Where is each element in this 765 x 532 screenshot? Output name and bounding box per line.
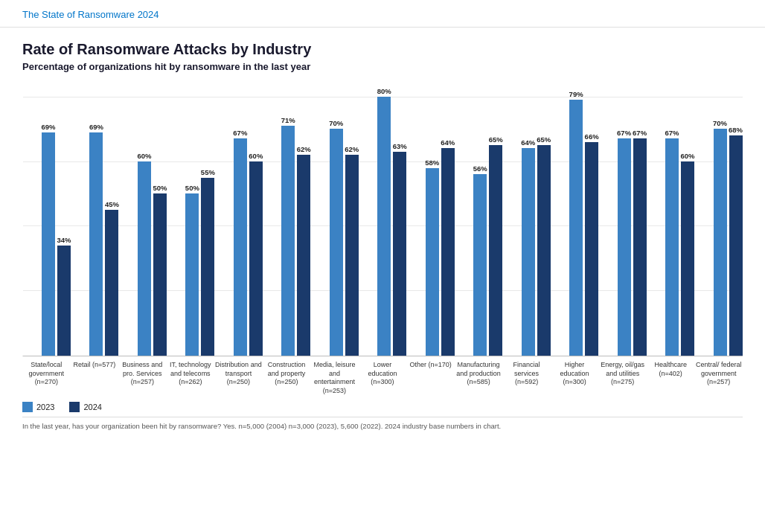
bar-label-2024: 67% [633,129,647,137]
group-label-text: Retail (n=577) [73,361,115,370]
bar-wrapper-2023: 70% [713,81,727,356]
group-label-text: Lower education (n=300) [359,361,407,387]
bar-label-2024: 55% [201,168,215,176]
bar-2023 [185,193,199,356]
bar-2023 [569,100,583,356]
bar-label-2024: 62% [345,145,359,153]
legend-box-2024 [69,402,80,412]
bar-2024 [297,155,310,356]
bar-label-2023: 56% [473,164,487,173]
bar-group: 64%65% [503,81,551,356]
bar-wrapper-2024: 55% [201,81,215,356]
bar-label-2023: 60% [137,152,151,160]
bar-wrapper-2024: 60% [681,81,695,356]
bar-label-2023: 67% [665,129,679,137]
group-label-text: Healthcare (n=402) [647,361,695,378]
group-label: Media, leisure and entertainment (n=253) [310,356,359,396]
group-label-text: Other (n=170) [409,361,451,370]
bar-label-2023: 80% [377,87,391,95]
bar-label-2023: 70% [713,119,727,127]
bar-2024 [345,155,359,356]
bar-2023 [234,138,247,356]
bar-2023 [281,126,295,356]
bar-label-2023: 71% [281,116,295,124]
group-label: Distribution and transport (n=250) [214,356,263,396]
chart-legend: 2023 2024 [22,402,743,412]
bar-group: 67%67% [599,81,647,356]
chart-title: Rate of Ransomware Attacks by Industry [22,41,743,58]
bar-label-2023: 69% [41,123,55,131]
bar-label-2024: 68% [729,126,743,134]
bar-label-2023: 69% [89,123,103,131]
group-label: Retail (n=577) [71,356,119,396]
bar-2023 [42,132,55,356]
bar-group: 56%65% [455,81,502,356]
group-label: Central/ federal government (n=257) [694,356,743,396]
bar-group: 69%45% [71,81,118,356]
bar-2024 [201,178,214,356]
page-title: The State of Ransomware 2024 [22,9,159,20]
bar-group: 60%50% [119,81,167,356]
group-label: Energy, oil/gas and utilities (n=275) [598,356,647,396]
bar-2024 [57,246,71,356]
bar-2024 [537,145,551,356]
bar-wrapper-2024: 50% [153,81,167,356]
bar-wrapper-2023: 79% [569,81,583,356]
bar-2024 [729,135,743,356]
group-label: Higher education (n=300) [551,356,599,396]
bar-wrapper-2023: 70% [329,81,343,356]
bar-2024 [489,145,502,356]
bar-wrapper-2024: 65% [537,81,551,356]
bar-group: 70%68% [695,81,743,356]
bar-label-2024: 63% [393,142,407,150]
bar-label-2024: 65% [489,135,503,144]
bar-2024 [585,142,598,356]
bar-label-2023: 58% [425,158,439,167]
legend-label-2024: 2024 [83,403,101,411]
group-label-text: Construction and property (n=250) [263,361,311,387]
bar-2024 [633,138,647,356]
bar-wrapper-2023: 71% [281,81,295,356]
bar-2024 [105,210,118,356]
group-label-text: Distribution and transport (n=250) [214,361,263,387]
bar-wrapper-2024: 60% [249,81,263,356]
bar-2023 [714,129,727,356]
bar-wrapper-2023: 67% [233,81,247,356]
chart-footnote: In the last year, has your organization … [22,417,743,430]
bar-label-2023: 50% [185,184,199,192]
group-label-text: Higher education (n=300) [551,361,599,387]
bar-wrapper-2024: 67% [633,81,647,356]
bar-wrapper-2024: 62% [345,81,359,356]
bar-label-2024: 50% [153,184,167,192]
bar-wrapper-2023: 69% [89,81,103,356]
bar-wrapper-2023: 50% [185,81,199,356]
bar-2023 [89,132,103,356]
bar-2023 [618,138,631,356]
legend-label-2023: 2023 [36,403,54,411]
group-label: Construction and property (n=250) [263,356,311,396]
bar-2024 [153,193,167,356]
group-label: Other (n=170) [406,356,455,396]
legend-2024: 2024 [69,402,101,412]
bar-2024 [393,152,406,356]
bar-2023 [665,138,679,356]
bar-wrapper-2024: 63% [393,81,407,356]
bar-group: 69%34% [23,81,71,356]
group-label-text: Financial services (n=592) [502,361,551,387]
group-label: IT, technology and telecoms (n=262) [167,356,215,396]
bar-wrapper-2023: 56% [473,81,487,356]
group-label-text: Business and pro. Services (n=257) [118,361,167,387]
group-label-text: Media, leisure and entertainment (n=253) [310,361,359,396]
bar-wrapper-2023: 80% [377,81,391,356]
bar-label-2024: 45% [105,200,119,208]
bar-wrapper-2024: 62% [297,81,311,356]
bar-label-2024: 65% [537,135,551,144]
group-label-text: Energy, oil/gas and utilities (n=275) [598,361,647,387]
bar-group: 71%62% [263,81,310,356]
bar-group: 67%60% [647,81,694,356]
legend-box-2023 [22,402,33,412]
bar-wrapper-2023: 67% [617,81,631,356]
group-label-text: IT, technology and telecoms (n=262) [167,361,215,387]
group-label-text: State/local government (n=270) [22,361,71,387]
bar-chart: 69%34%69%45%60%50%50%55%67%60%71%62%70%6… [22,81,743,356]
